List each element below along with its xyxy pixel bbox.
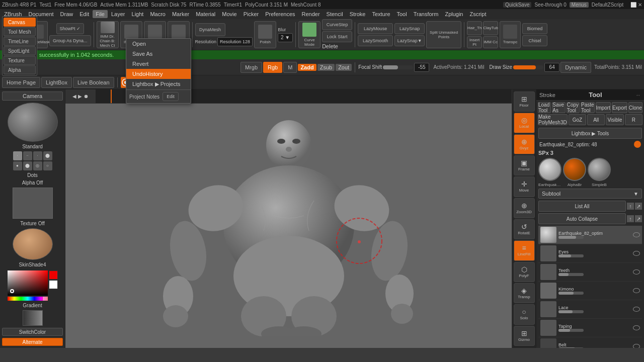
chisel-btn[interactable]: Chisel bbox=[522, 35, 547, 46]
rgb-btn[interactable]: Rgb bbox=[263, 62, 282, 73]
subtool-earthquake-slider[interactable] bbox=[558, 236, 584, 239]
subtool-belt-eye[interactable] bbox=[633, 344, 640, 348]
local-btn[interactable]: ◎ Local bbox=[514, 113, 535, 133]
m-btn[interactable]: M bbox=[283, 62, 297, 73]
subtool-taping[interactable]: Taping bbox=[538, 319, 642, 337]
menu-movie[interactable]: Movie bbox=[219, 10, 239, 18]
r-btn[interactable]: R bbox=[625, 114, 642, 125]
gvyz-btn[interactable]: ⊕ Gvyz bbox=[514, 134, 535, 154]
save-as-btn[interactable]: Save As bbox=[552, 102, 565, 113]
timeline-sub-tab[interactable]: TimeLine bbox=[4, 37, 36, 46]
edit-btn[interactable]: Edit bbox=[163, 92, 179, 101]
dot-item-3[interactable]: · bbox=[33, 151, 42, 160]
zsub-btn[interactable]: Zsub bbox=[317, 64, 335, 71]
canvas-viewport[interactable] bbox=[65, 104, 512, 348]
subtool-kimono-eye[interactable] bbox=[633, 288, 640, 293]
canvas-sub-tab[interactable]: Canvas bbox=[4, 18, 36, 27]
alternate-btn[interactable]: Alternate bbox=[2, 338, 63, 346]
lazysmooth-btn[interactable]: LazySmooth bbox=[358, 35, 393, 46]
subtool-lace-slider[interactable] bbox=[558, 310, 584, 313]
focal-value[interactable]: -55 bbox=[414, 63, 429, 72]
menu-open[interactable]: Open bbox=[126, 39, 191, 49]
polish-btn[interactable]: Polish bbox=[254, 21, 276, 48]
menu-file[interactable]: File bbox=[93, 10, 108, 18]
dot-item-8[interactable]: ○ bbox=[43, 161, 52, 170]
frame-btn[interactable]: ▣ Frame bbox=[514, 155, 535, 175]
import-btn[interactable]: Import bbox=[596, 102, 611, 113]
menu-undo-history[interactable]: UndoHistory bbox=[126, 69, 191, 79]
menu-edit[interactable]: Edit bbox=[76, 10, 92, 18]
imm-chain-btn[interactable]: IMM Dr. Chain B: Mech CI bbox=[97, 21, 119, 48]
floor-btn[interactable]: ⊞ Floor bbox=[514, 92, 535, 112]
subtool-teeth[interactable]: Teeth bbox=[538, 263, 642, 282]
live-boolean-btn[interactable]: Live Boolean bbox=[73, 77, 114, 88]
resolution-value[interactable]: Resolution 128 bbox=[217, 37, 253, 46]
subtool-lace[interactable]: Lace bbox=[538, 300, 642, 319]
line-fill-btn[interactable]: ≡ LineFill bbox=[514, 240, 535, 260]
dot-item-7[interactable]: ◎ bbox=[33, 161, 42, 170]
lazymouse-btn[interactable]: LazyMouse bbox=[358, 23, 393, 34]
mat-1-thumb[interactable] bbox=[538, 158, 561, 181]
hair-btn[interactable]: Hair_Th bbox=[467, 21, 482, 35]
switch-color-btn[interactable]: SwitchColor bbox=[2, 328, 63, 336]
subtool-teeth-slider[interactable] bbox=[558, 273, 584, 276]
menu-lightbox-projects[interactable]: Lightbox ▶ Projects bbox=[126, 79, 191, 89]
menu-draw[interactable]: Draw bbox=[57, 10, 76, 18]
blur-value[interactable]: 2 ▼ bbox=[278, 33, 293, 42]
menu-revert[interactable]: Revert bbox=[126, 59, 191, 69]
insert-pt-btn[interactable]: Insert Pt bbox=[467, 36, 482, 48]
subtool-eyes-slider[interactable] bbox=[558, 254, 584, 257]
menu-light[interactable]: Light bbox=[129, 10, 147, 18]
menu-zplugin[interactable]: Zplugin bbox=[442, 10, 466, 18]
lightbox-tools-btn[interactable]: Lightbox ▶ Tools bbox=[538, 128, 642, 139]
subtool-belt[interactable]: Belt bbox=[538, 337, 642, 348]
camera-btn[interactable]: Camera bbox=[2, 92, 63, 101]
subtool-eyes[interactable]: Eyes bbox=[538, 244, 642, 263]
polyf-btn[interactable]: ⬡ PolyF bbox=[514, 262, 535, 282]
load-tool-btn[interactable]: Load Tool bbox=[538, 102, 551, 113]
lockstart-btn[interactable]: Lock Start bbox=[322, 31, 352, 42]
move-btn[interactable]: ✛ Move bbox=[514, 176, 535, 197]
swatch-white[interactable] bbox=[49, 280, 58, 289]
zadd-btn[interactable]: Zadd bbox=[298, 64, 316, 71]
subtool-lace-eye[interactable] bbox=[633, 307, 640, 312]
subtool-teeth-eye[interactable] bbox=[633, 269, 640, 275]
gizmo-btn[interactable]: ⊞ Gizmo bbox=[514, 326, 535, 346]
dynamesh-btn[interactable]: DynaMesh bbox=[195, 23, 225, 36]
biomed-btn[interactable]: Biomed bbox=[522, 23, 547, 34]
menu-stroke[interactable]: Stroke bbox=[347, 10, 369, 18]
focal-slider[interactable] bbox=[383, 65, 413, 69]
tool-mesh-sub-tab[interactable]: Tool Mesh bbox=[4, 27, 36, 36]
mat-3-thumb[interactable] bbox=[588, 158, 611, 181]
alpha-preview[interactable] bbox=[13, 188, 53, 219]
clone-btn[interactable]: Clone bbox=[628, 102, 642, 113]
menu-save-as[interactable]: Save As bbox=[126, 49, 191, 59]
list-all-icon2[interactable]: ↗ bbox=[635, 203, 642, 210]
goz-btn[interactable]: GoZ bbox=[569, 114, 586, 125]
default-script[interactable]: DefaultZScript bbox=[592, 2, 623, 8]
rotate-btn[interactable]: ↺ RotatE bbox=[514, 219, 535, 239]
see-through[interactable]: See-through 0 bbox=[534, 2, 566, 8]
menu-texture[interactable]: Texture bbox=[369, 10, 393, 18]
clay-btn[interactable]: ClayTub bbox=[483, 21, 498, 35]
menu-tool[interactable]: Tool bbox=[394, 10, 410, 18]
menu-picker[interactable]: Picker bbox=[240, 10, 262, 18]
menu-stencil[interactable]: Stencil bbox=[324, 10, 346, 18]
subtool-eyes-eye[interactable] bbox=[633, 251, 640, 256]
gradient-preview[interactable] bbox=[23, 310, 43, 326]
all-btn[interactable]: All bbox=[587, 114, 605, 125]
list-all-icon[interactable]: ↑ bbox=[627, 203, 634, 210]
auto-collapse-icon2[interactable]: ↗ bbox=[635, 215, 642, 222]
curve-mode-btn[interactable]: Curve Mode bbox=[298, 21, 320, 48]
solo-btn[interactable]: ○ Solo bbox=[514, 304, 535, 324]
texture-preview[interactable] bbox=[13, 228, 53, 260]
subtool-belt-slider[interactable] bbox=[558, 347, 584, 348]
menu-marker[interactable]: Marker bbox=[169, 10, 192, 18]
copy-tool-btn[interactable]: Copy Tool bbox=[567, 102, 580, 113]
window-controls[interactable]: ⬜ ✕ bbox=[630, 2, 642, 8]
quick-save[interactable]: QuickSave bbox=[503, 2, 531, 8]
draw-size-slider[interactable] bbox=[513, 65, 543, 69]
auto-collapse-btn[interactable]: Auto Collapse bbox=[538, 213, 626, 224]
list-all-btn[interactable]: List All bbox=[538, 201, 626, 212]
menu-material[interactable]: Material bbox=[193, 10, 218, 18]
